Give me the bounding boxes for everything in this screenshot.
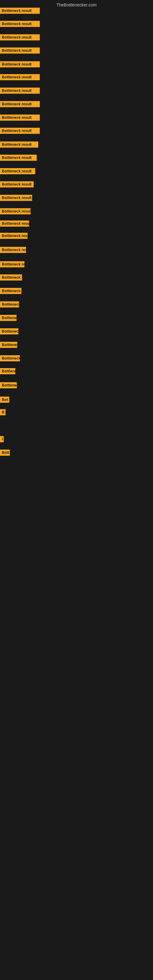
bottleneck-item[interactable]: Bottleneck r xyxy=(0,328,18,336)
bottleneck-label: Bottleneck result xyxy=(0,115,40,121)
bottleneck-item[interactable]: Bottleneck result xyxy=(0,88,40,95)
bottleneck-label: Bottleneck result xyxy=(0,88,40,94)
bottleneck-item[interactable]: Bottleneck result xyxy=(0,261,24,269)
bottleneck-item[interactable]: Bottlene xyxy=(0,368,15,375)
bottleneck-item[interactable]: Bottleneck result xyxy=(0,247,26,254)
bottleneck-item[interactable]: Bottleneck xyxy=(0,342,17,349)
bottleneck-label: Bottleneck result xyxy=(0,233,27,239)
bottleneck-label: Bottleneck result xyxy=(0,101,40,107)
bottleneck-label: Bott xyxy=(0,450,10,456)
bottleneck-item[interactable]: Bottleneck result xyxy=(0,208,30,216)
bottleneck-item[interactable]: Bottleneck result xyxy=(0,233,27,240)
bottleneck-label: Bottleneck result xyxy=(0,61,40,67)
bottleneck-label: Bot xyxy=(0,396,9,403)
bottleneck-item[interactable]: Bottleneck result xyxy=(0,61,40,68)
bottleneck-item[interactable]: Bottleneck result xyxy=(0,128,40,135)
bottleneck-label: Bottleneck r xyxy=(0,328,18,334)
bottleneck-item[interactable]: Bottleneck r xyxy=(0,301,19,309)
bottleneck-label: Bottleneck result xyxy=(0,128,40,134)
bottleneck-item[interactable]: Bottleneck result xyxy=(0,181,33,189)
bottleneck-label: Bottleneck re xyxy=(0,274,22,280)
bottleneck-item[interactable]: Bottleneck result xyxy=(0,8,40,15)
bottleneck-label: Bottleneck result xyxy=(0,247,26,253)
site-title: TheBottlenecker.com xyxy=(0,0,153,9)
bottleneck-label: Bottleneck result xyxy=(0,181,33,188)
bottleneck-label: Bottleneck result xyxy=(0,261,24,267)
bottleneck-label: Bottleneck xyxy=(0,382,17,388)
bottleneck-label: Bottleneck result xyxy=(0,74,40,80)
bottleneck-label: Bottleneck result xyxy=(0,34,40,40)
bottleneck-item[interactable]: Bottleneck xyxy=(0,382,17,390)
bottleneck-item[interactable]: Bottlenec xyxy=(0,315,16,322)
bottleneck-item[interactable]: Bottleneck result xyxy=(0,288,21,295)
bottleneck-item[interactable]: Bottleneck result xyxy=(0,155,37,162)
bottleneck-item[interactable]: Bottleneck result xyxy=(0,195,32,202)
bottleneck-label: Bottleneck result xyxy=(0,155,37,161)
bottleneck-item[interactable]: Bottleneck re xyxy=(0,355,20,363)
bottleneck-item[interactable]: Bottleneck result xyxy=(0,101,40,108)
bottleneck-item[interactable]: Bottleneck result xyxy=(0,142,38,149)
bottleneck-label: Bottlene xyxy=(0,368,15,374)
bottleneck-label: Bottleneck result xyxy=(0,8,40,14)
bottleneck-label: Bottleneck r xyxy=(0,301,19,307)
bottleneck-label: Bottlenec xyxy=(0,315,16,321)
bottleneck-label: Bottleneck result xyxy=(0,168,35,174)
bottleneck-label: I xyxy=(0,436,4,442)
bottleneck-label: Bottleneck result xyxy=(0,221,29,227)
bottleneck-label: Bottleneck result xyxy=(0,288,21,294)
bottleneck-item[interactable]: Bottleneck result xyxy=(0,74,40,81)
bottleneck-item[interactable]: Bottleneck result xyxy=(0,34,40,41)
bottleneck-label: Bottleneck xyxy=(0,342,17,348)
bottleneck-label: Bottleneck result xyxy=(0,195,32,201)
bottleneck-label: Bottleneck re xyxy=(0,355,20,361)
bottleneck-label: Bottleneck result xyxy=(0,48,40,54)
bottleneck-item[interactable]: B xyxy=(0,409,5,417)
bottleneck-item[interactable]: I xyxy=(0,436,4,444)
bottleneck-item[interactable]: Bott xyxy=(0,450,10,457)
bottleneck-item[interactable]: Bottleneck result xyxy=(0,21,40,28)
bottleneck-label: Bottleneck result xyxy=(0,21,40,27)
bottleneck-item[interactable]: Bot xyxy=(0,396,9,404)
bottleneck-item[interactable]: Bottleneck result xyxy=(0,168,35,175)
bottleneck-label: B xyxy=(0,409,5,415)
bottleneck-item[interactable]: Bottleneck re xyxy=(0,274,22,282)
bottleneck-label: Bottleneck result xyxy=(0,142,38,148)
bottleneck-label: Bottleneck result xyxy=(0,208,30,215)
bottleneck-item[interactable]: Bottleneck result xyxy=(0,115,40,122)
bottleneck-item[interactable]: Bottleneck result xyxy=(0,221,29,228)
bottleneck-item[interactable]: Bottleneck result xyxy=(0,48,40,55)
